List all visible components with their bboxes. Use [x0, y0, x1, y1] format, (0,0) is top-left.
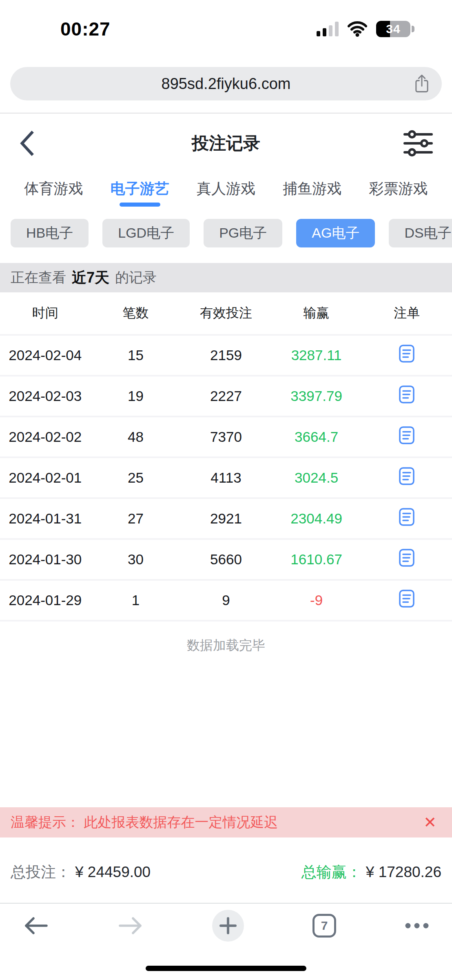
chip-label: DS电子	[404, 224, 451, 243]
filter-sliders-icon	[403, 129, 433, 157]
mobile-browser-screen: 00:27 34 895sd.2fi	[0, 0, 452, 980]
order-detail-button[interactable]	[398, 466, 416, 486]
document-icon	[398, 466, 416, 486]
page-title: 投注记录	[0, 132, 452, 155]
document-icon	[398, 548, 416, 568]
battery-percent: 34	[386, 22, 400, 36]
tab-label: 真人游戏	[197, 180, 255, 198]
cell-win-loss: 3287.11	[271, 347, 362, 363]
active-tab-underline-icon	[120, 203, 160, 207]
document-icon	[398, 507, 416, 527]
share-icon	[414, 74, 430, 94]
order-detail-button[interactable]	[398, 425, 416, 445]
cell-win-loss: 3397.79	[271, 388, 362, 404]
cell-date: 2024-01-30	[0, 551, 91, 568]
table-row: 2024-01-30 30 5660 1610.67	[0, 540, 452, 581]
browser-toolbar: 7	[0, 903, 452, 948]
cell-win-loss: 2304.49	[271, 510, 362, 527]
chip-label: AG电子	[312, 224, 359, 243]
order-detail-button[interactable]	[398, 384, 416, 405]
tab-switcher-button[interactable]: 7	[312, 914, 336, 938]
cell-win-loss: 3024.5	[271, 470, 362, 486]
cell-valid-bet: 9	[181, 592, 271, 608]
browser-menu-button[interactable]	[405, 922, 429, 929]
cell-order	[361, 548, 452, 571]
load-complete-text: 数据加载完毕	[0, 636, 452, 654]
browser-forward-button[interactable]	[117, 916, 144, 935]
chip-label: HB电子	[26, 224, 73, 243]
notice-suffix: 的记录	[115, 268, 157, 287]
chip-label: PG电子	[219, 224, 267, 243]
tab-label: 电子游艺	[111, 180, 169, 198]
header-win-loss: 输赢	[271, 304, 362, 322]
tab-item[interactable]: 体育游戏	[11, 173, 97, 211]
url-text: 895sd.2fiyku6.com	[162, 75, 291, 93]
tab-item[interactable]: 真人游戏	[183, 173, 269, 211]
cell-date: 2024-01-31	[0, 510, 91, 527]
order-detail-button[interactable]	[398, 588, 416, 609]
filter-button[interactable]	[403, 129, 433, 157]
close-icon[interactable]: ✕	[423, 815, 436, 830]
cell-date: 2024-02-02	[0, 429, 91, 445]
address-field[interactable]: 895sd.2fiyku6.com	[10, 67, 442, 100]
table-header: 时间 笔数 有效投注 输赢 注单	[0, 292, 452, 336]
browser-back-button[interactable]	[23, 916, 49, 935]
provider-chip[interactable]: PG电子	[204, 219, 282, 247]
date-range-notice: 正在查看 近7天 的记录	[0, 263, 452, 292]
chip-label: LGD电子	[118, 224, 174, 243]
cell-date: 2024-02-04	[0, 347, 91, 363]
provider-chip[interactable]: LGD电子	[102, 219, 190, 247]
share-button[interactable]	[414, 74, 430, 94]
document-icon	[398, 384, 416, 405]
table-row: 2024-02-03 19 2227 3397.79	[0, 376, 452, 417]
table-body: 2024-02-04 15 2159 3287.11 2024-02-03 19…	[0, 336, 452, 621]
table-row: 2024-01-31 27 2921 2304.49	[0, 499, 452, 540]
url-bar: 895sd.2fiyku6.com	[10, 67, 442, 100]
total-win-loss: 总输赢： ¥ 17280.26	[301, 862, 441, 882]
document-icon	[398, 588, 416, 609]
order-detail-button[interactable]	[398, 507, 416, 527]
table-row: 2024-02-02 48 7370 3664.7	[0, 417, 452, 458]
cell-count: 1	[91, 592, 181, 608]
notice-prefix: 正在查看	[11, 268, 66, 287]
document-icon	[398, 425, 416, 445]
header-count: 笔数	[91, 304, 181, 322]
warning-text: 温馨提示： 此处报表数据存在一定情况延迟	[11, 813, 278, 832]
table-row: 2024-02-01 25 4113 3024.5	[0, 458, 452, 499]
order-detail-button[interactable]	[398, 343, 416, 364]
back-button[interactable]	[19, 131, 34, 156]
cell-valid-bet: 2159	[181, 347, 271, 363]
provider-chip[interactable]: AG电子	[296, 219, 375, 247]
chevron-left-icon	[19, 131, 34, 156]
warning-banner: 温馨提示： 此处报表数据存在一定情况延迟 ✕	[0, 807, 452, 837]
cell-count: 19	[91, 388, 181, 404]
new-tab-button[interactable]	[212, 910, 244, 942]
header-valid-bet: 有效投注	[181, 304, 271, 322]
cell-count: 48	[91, 429, 181, 445]
cell-valid-bet: 5660	[181, 551, 271, 568]
tab-label: 捕鱼游戏	[283, 180, 341, 198]
ellipsis-icon	[405, 922, 429, 929]
provider-chip[interactable]: HB电子	[11, 219, 89, 247]
header-order: 注单	[361, 304, 452, 322]
total-bet-label: 总投注：	[11, 862, 71, 882]
status-bar: 00:27 34	[0, 0, 452, 49]
provider-chips: HB电子 LGD电子 PG电子 AG电子 DS电子	[0, 219, 452, 247]
order-detail-button[interactable]	[398, 548, 416, 568]
page-nav-bar: 投注记录	[0, 114, 452, 173]
game-category-tabs: 体育游戏 电子游艺 真人游戏 捕鱼游戏 彩票游戏	[0, 173, 452, 211]
tab-item[interactable]: 彩票游戏	[355, 173, 441, 211]
home-indicator-area	[0, 948, 452, 980]
plus-icon	[219, 917, 237, 935]
tab-item[interactable]: 电子游艺	[97, 173, 183, 211]
header-time: 时间	[0, 304, 91, 322]
total-bet-value: ¥ 24459.00	[75, 864, 151, 881]
tab-item[interactable]: 捕鱼游戏	[269, 173, 355, 211]
home-indicator[interactable]	[146, 966, 306, 971]
cell-win-loss: 1610.67	[271, 551, 362, 568]
status-time: 00:27	[60, 18, 111, 40]
cell-order	[361, 384, 452, 408]
cell-date: 2024-01-29	[0, 592, 91, 608]
cellular-signal-icon	[317, 22, 339, 36]
provider-chip[interactable]: DS电子	[389, 219, 452, 247]
